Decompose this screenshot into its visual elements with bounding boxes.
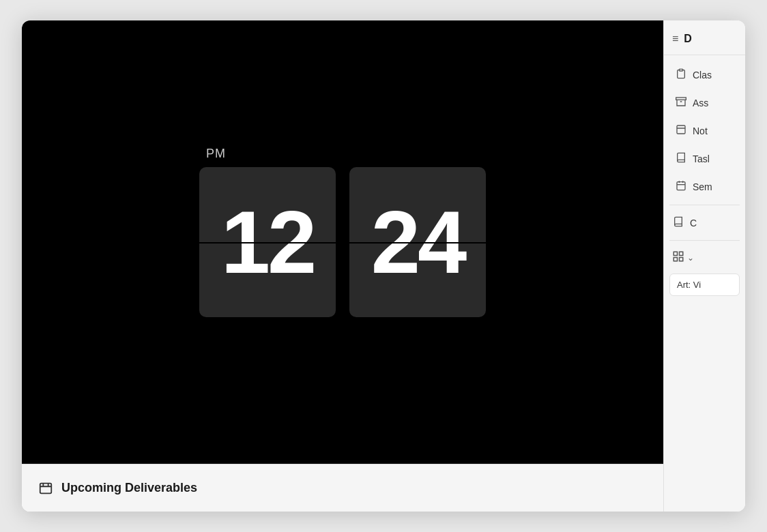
sidebar-item-notes[interactable]: Not: [667, 117, 742, 144]
main-content: PM 12 24 Upcoming Deliverables: [22, 20, 663, 512]
hours-display: 12: [221, 198, 315, 286]
svg-rect-14: [680, 252, 683, 255]
svg-rect-15: [674, 258, 677, 261]
course-card[interactable]: Art: Vi: [669, 274, 740, 296]
tasks-label: Tasl: [693, 153, 710, 164]
sidebar-nav: Clas Ass: [664, 55, 745, 512]
period-label: PM: [206, 147, 226, 161]
grid-controls[interactable]: ⌄: [664, 245, 745, 271]
sidebar-item-tasks[interactable]: Tasl: [667, 145, 742, 172]
sidebar-header-label: D: [684, 33, 692, 45]
sidebar-divider-1: [669, 205, 740, 205]
minutes-display: 24: [371, 198, 465, 286]
course-label: C: [690, 218, 697, 228]
app-window: PM 12 24 Upcoming Deliverables ≡: [22, 20, 745, 512]
list-icon: ≡: [672, 33, 678, 45]
sidebar-item-assignments[interactable]: Ass: [667, 89, 742, 116]
svg-rect-16: [680, 258, 683, 261]
chevron-down-icon: ⌄: [687, 253, 694, 263]
deliverables-title: Upcoming Deliverables: [61, 481, 197, 495]
svg-rect-9: [677, 182, 685, 190]
classes-label: Clas: [693, 70, 712, 80]
book2-icon: [672, 216, 684, 229]
clipboard-icon: [675, 68, 687, 81]
notes-label: Not: [693, 125, 708, 136]
book-icon: [675, 152, 687, 165]
hours-card: 12: [199, 167, 336, 317]
svg-rect-0: [40, 483, 52, 493]
svg-rect-13: [674, 252, 677, 255]
sidebar-header[interactable]: ≡ D: [664, 20, 745, 55]
inbox-icon: [675, 96, 687, 109]
calendar-icon: [675, 180, 687, 193]
sidebar-item-semester[interactable]: Sem: [667, 173, 742, 200]
note-icon: [675, 124, 687, 137]
svg-rect-7: [677, 125, 685, 134]
minutes-card: 24: [349, 167, 486, 317]
grid-view-icon: [672, 250, 684, 265]
sidebar-section-course[interactable]: C: [664, 209, 745, 236]
clock-container: PM 12 24: [199, 167, 486, 317]
course-card-label: Art: Vi: [677, 280, 701, 290]
assignments-label: Ass: [693, 98, 708, 108]
clock-area: PM 12 24: [22, 20, 663, 464]
bottom-section: Upcoming Deliverables: [22, 464, 663, 512]
svg-rect-4: [679, 69, 682, 71]
svg-rect-5: [676, 98, 686, 100]
deliverables-icon: [38, 481, 53, 496]
sidebar-item-classes[interactable]: Clas: [667, 61, 742, 88]
semester-label: Sem: [693, 181, 712, 192]
sidebar-divider-2: [669, 240, 740, 241]
right-sidebar: ≡ D Clas: [663, 20, 745, 512]
